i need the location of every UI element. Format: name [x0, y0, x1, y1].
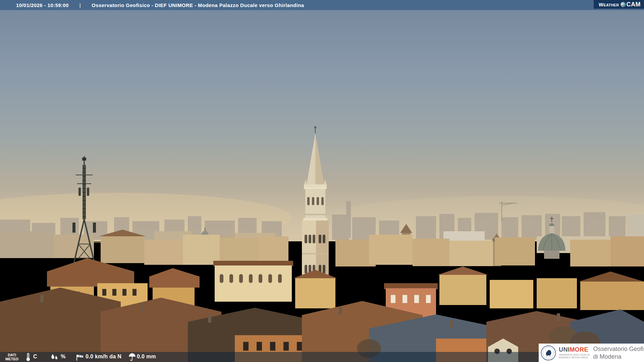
thermometer-icon	[25, 353, 32, 361]
camera-title: Osservatorio Geofisico - DIEF UNIMORE - …	[92, 2, 304, 8]
city-panorama	[0, 0, 644, 362]
unimore-uni: UNI	[559, 346, 570, 353]
separator: |	[79, 2, 81, 8]
unimore-wordmark: UNIMORE UNIVERSITÀ DEGLI STUDI DI MODENA…	[559, 347, 590, 359]
humidity-value: %	[61, 354, 66, 360]
top-info-bar: 10/01/2026 - 10:59:00 | Osservatorio Geo…	[0, 0, 644, 10]
timestamp: 10/01/2026 - 10:59:00	[16, 2, 69, 8]
globe-icon	[621, 2, 626, 7]
unimore-subtitle: UNIVERSITÀ DEGLI STUDI DI MODENA E REGGI…	[559, 354, 590, 359]
windsock-icon	[74, 353, 85, 361]
weathercam-word-cam: CAM	[627, 1, 641, 8]
umbrella-icon	[128, 353, 136, 361]
webcam-frame: 10/01/2026 - 10:59:00 | Osservatorio Geo…	[0, 0, 644, 362]
observatory-name: Osservatorio Geofisico di Modena	[593, 345, 644, 361]
wind-value: 0.0 km/h da N	[86, 354, 121, 360]
dati-meteo-label: DATI METEO	[5, 353, 18, 361]
weathercam-logo: Weather CAM	[594, 0, 644, 9]
rain-value: 0.0 mm	[137, 354, 156, 360]
weathercam-word-weather: Weather	[599, 2, 619, 7]
humidity-icon	[50, 353, 59, 361]
credit-box: UNIMORE UNIVERSITÀ DEGLI STUDI DI MODENA…	[539, 344, 644, 362]
temperature-value: C	[33, 354, 37, 360]
unimore-seal	[541, 345, 556, 361]
unimore-more: MORE	[570, 346, 588, 353]
